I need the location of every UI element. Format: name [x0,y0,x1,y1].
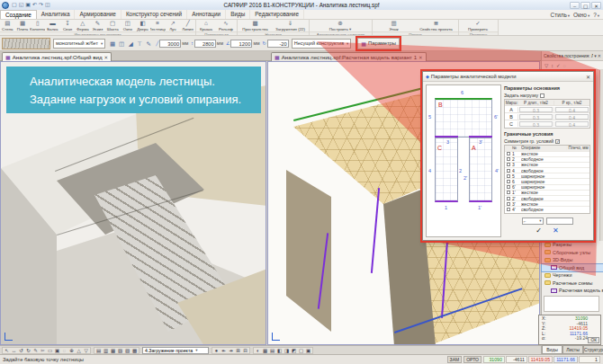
apply-icon[interactable]: ✓ [556,63,561,68]
menu-item[interactable]: Стиль [551,12,570,18]
symmetry-checkbox[interactable]: ✓ [555,139,560,144]
load-value-input[interactable]: 0.4 [555,121,589,127]
ribbon-button[interactable]: △Ферма [75,20,90,31]
app-menu-button[interactable] [2,2,9,9]
search-icon[interactable]: ◌ [563,63,566,68]
boundary-checkbox[interactable] [507,185,510,189]
snap-toggle[interactable]: ЗАМ [447,356,463,363]
ribbon-button[interactable]: ▩Пространства [238,20,273,31]
boundary-checkbox[interactable] [507,157,510,161]
property-tool-icon[interactable]: ✎ [144,39,153,49]
support-type-dropdown[interactable]: ⌐ [522,218,544,225]
toolbar-icon[interactable]: ▦ [262,347,268,354]
ribbon-button[interactable]: ▢Шахта [105,20,121,31]
length-input[interactable]: 3000 [159,40,181,48]
tree-item[interactable]: 3D-Виды [542,256,603,264]
tree-item[interactable]: Сборочные узлы [542,249,603,257]
maximize-button[interactable]: ▢ [580,2,590,9]
ribbon-tab[interactable]: Редактирование [250,10,304,19]
boundary-checkbox[interactable] [507,163,510,166]
toolbar-icon[interactable]: ◐ [255,347,261,354]
boundary-row[interactable]: 4'свободное [505,207,590,212]
ribbon-button[interactable]: ⌂Крыша [196,20,216,31]
boundary-checkbox[interactable] [507,180,510,183]
ribbon-tab[interactable]: Аналитика [37,10,76,19]
ribbon-tab[interactable]: Создание [0,10,37,19]
tree-item[interactable]: Чертежи [542,271,603,280]
boundary-checkbox[interactable] [507,208,510,211]
boundary-checkbox[interactable] [507,191,510,194]
quick-access-icon[interactable]: ◱ [19,1,24,9]
height-input[interactable]: 2800 [194,40,216,48]
toolbar-icon[interactable]: ▭ [47,347,53,354]
ribbon-button[interactable]: ✓Проверить [459,20,497,31]
toolbar-icon[interactable]: ◩ [291,347,297,354]
toolbar-icon[interactable]: ↺ [18,347,24,354]
toolbar-icon[interactable]: △ [76,347,82,354]
view-mode-tab[interactable]: Структура [583,345,603,354]
toolbar-icon[interactable]: ✂ [40,347,46,354]
load-value-input[interactable]: 0.4 [555,107,589,112]
panel-close-icon[interactable]: ✕ [598,53,601,58]
dialog-close-icon[interactable]: ✕ [586,74,590,80]
filter-icon[interactable]: ▽ [544,63,548,68]
ribbon-button[interactable]: ▯Колонна [30,20,45,31]
boundary-checkbox[interactable] [507,152,510,155]
boundary-checkbox[interactable] [507,169,510,173]
doc-tab-general-view[interactable]: ▦ Аналитика лестниц.spf:Общий вид ✕ [2,52,112,61]
close-button[interactable]: ✕ [591,2,601,9]
ribbon-button[interactable]: ⊕Построить [310,20,371,31]
load-value-input[interactable]: 0.4 [555,114,589,120]
coordinate-ok-button[interactable]: ОК [588,337,599,343]
dialog-cancel-button[interactable]: ✕ [553,226,559,235]
tree-item[interactable]: Общий вид [542,264,603,272]
property-tool-icon[interactable]: ▦ [108,39,117,49]
tree-item[interactable]: Разрезы [542,241,603,249]
sort-icon[interactable]: ↕ [551,63,554,68]
toolbar-icon[interactable]: ↖ [4,347,10,354]
load-case-select[interactable]: 4.Загружение проекта [142,347,209,354]
toolbar-icon[interactable]: ▥ [103,347,109,354]
ribbon-tab[interactable]: Армирование [75,10,121,19]
menu-item[interactable]: Окно [573,12,590,18]
ribbon-button[interactable]: ∿Рельеф [216,20,236,31]
ribbon-button[interactable]: ≡Лестница [150,20,166,31]
toolbar-icon[interactable]: ↞ [220,347,227,354]
tree-item[interactable]: Расчетная модель вариант 1 [542,287,603,295]
load-value-input[interactable]: 0.3 [519,121,553,127]
toolbar-icon[interactable]: ▣ [305,347,311,354]
doc-tab-analytic-model[interactable]: ▦ Аналитика лестниц.spf:Расчетная модель… [271,52,427,61]
minimize-button[interactable]: – [570,2,580,9]
toolbar-icon[interactable]: ↔ [11,347,17,354]
ribbon-button[interactable]: ▦Плита [15,20,31,31]
quick-access-icon[interactable]: ↷ [39,1,43,9]
angle-input[interactable]: -20 [267,40,289,48]
quick-access-icon[interactable]: ▢ [12,1,17,9]
ribbon-button[interactable]: ▤Стена [0,20,15,31]
toolbar-icon[interactable]: ⊕ [68,347,75,354]
toolbar-icon[interactable]: ◨ [284,347,290,354]
ribbon-button[interactable]: ⇓Загружения (22) [273,20,308,31]
ortho-toggle[interactable]: ОРТО [464,356,482,363]
ribbon-button[interactable]: ↗Луч [166,20,181,31]
toolbar-icon[interactable]: ▤ [95,347,102,354]
toolbar-icon[interactable]: ▢ [298,347,304,354]
material-select[interactable]: монолитный ж/бет [53,39,105,49]
property-tool-icon[interactable]: ◢ [126,39,135,49]
boundary-checkbox[interactable] [507,197,510,200]
menu-item[interactable]: ? [593,12,599,18]
tab-close-icon[interactable]: ✕ [104,55,109,60]
tree-item[interactable]: Расчетные схемы [542,280,603,288]
load-value-input[interactable]: 0.3 [519,107,553,112]
quick-access-icon[interactable]: ↶ [32,1,37,9]
viewport-3d-general[interactable]: Аналитическая модель лестницы. Задание н… [0,61,266,345]
boundary-checkbox[interactable] [507,202,510,206]
ribbon-button[interactable]: ◧Дверь [135,20,150,31]
dialog-ok-button[interactable]: ✓ [536,226,542,235]
ribbon-button[interactable]: ▥Этаж [373,20,415,31]
toolbar-icon[interactable]: ▨ [124,347,130,354]
toolbar-icon[interactable]: ⊟ [242,347,248,354]
toolbar-icon[interactable]: ▧ [117,347,123,354]
ribbon-button[interactable]: ◫Окно [121,20,136,31]
bearing-select[interactable]: Несущий конструктив [292,39,352,49]
